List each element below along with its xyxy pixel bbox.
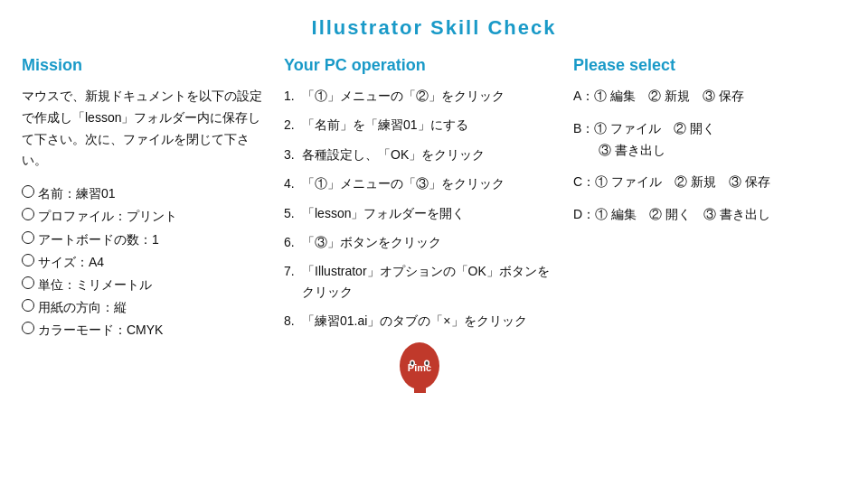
operation-step: 6.「③」ボタンをクリック (284, 232, 555, 252)
step-number: 5. (284, 203, 302, 223)
mission-item-text: サイズ：A4 (38, 251, 104, 274)
mission-item: カラーモード：CMYK (22, 319, 266, 341)
bullet-circle (22, 299, 34, 312)
step-number: 3. (284, 145, 302, 164)
operation-list: 1.「①」メニューの「②」をクリック2.「名前」を「練習01」にする3.各種設定… (284, 86, 555, 332)
select-option: D：① 編集 ② 開く ③ 書き出し (573, 204, 835, 226)
step-number: 8. (284, 311, 302, 331)
mission-item-text: 名前：練習01 (38, 182, 116, 205)
operation-step: 8.「練習01.ai」のタブの「×」をクリック (284, 311, 555, 331)
mission-description: マウスで、新規ドキュメントを以下の設定で作成し「lesson」フォルダー内に保存… (22, 86, 266, 172)
step-number: 4. (284, 173, 302, 193)
step-text: 「lesson」フォルダーを開く (302, 203, 555, 223)
bullet-circle (22, 254, 34, 266)
step-text: 「練習01.ai」のタブの「×」をクリック (302, 311, 555, 331)
mission-item: 名前：練習01 (22, 182, 266, 205)
mission-item-text: プロファイル：プリント (38, 205, 177, 228)
operation-header: Your PC operation (284, 56, 555, 75)
mission-item-text: 単位：ミリメートル (38, 274, 152, 296)
mission-column: Mission マウスで、新規ドキュメントを以下の設定で作成し「lesson」フ… (22, 56, 284, 399)
mission-item: 用紙の方向：縦 (22, 296, 266, 319)
select-header: Please select (573, 56, 835, 75)
bullet-circle (22, 276, 34, 289)
pimc-logo: Pimc (391, 341, 449, 399)
operation-column: Your PC operation 1.「①」メニューの「②」をクリック2.「名… (284, 56, 573, 399)
mission-header: Mission (22, 56, 266, 75)
bullet-circle (22, 208, 34, 220)
operation-step: 1.「①」メニューの「②」をクリック (284, 86, 555, 106)
mission-item: プロファイル：プリント (22, 205, 266, 228)
step-text: 「③」ボタンをクリック (302, 232, 555, 252)
select-option: C：① ファイル ② 新規 ③ 保存 (573, 172, 835, 193)
operation-step: 2.「名前」を「練習01」にする (284, 115, 555, 135)
mission-item-text: カラーモード：CMYK (38, 319, 163, 341)
mission-item-text: アートボードの数：1 (38, 229, 159, 251)
select-column: Please select A：① 編集 ② 新規 ③ 保存B：① ファイル ②… (573, 56, 835, 399)
operation-step: 4.「①」メニューの「③」をクリック (284, 173, 555, 193)
step-text: 各種設定し、「OK」をクリック (302, 145, 555, 164)
step-text: 「①」メニューの「②」をクリック (302, 86, 555, 106)
mission-items-list: 名前：練習01プロファイル：プリントアートボードの数：1サイズ：A4単位：ミリメ… (22, 182, 266, 341)
step-text: 「①」メニューの「③」をクリック (302, 173, 555, 193)
mission-item: アートボードの数：1 (22, 229, 266, 251)
step-number: 6. (284, 232, 302, 252)
select-option: B：① ファイル ② 開く ③ 書き出し (573, 118, 835, 162)
select-option: A：① 編集 ② 新規 ③ 保存 (573, 86, 835, 107)
mission-item-text: 用紙の方向：縦 (38, 296, 127, 319)
bullet-circle (22, 231, 34, 244)
step-text: 「Illustrator」オプションの「OK」ボタンをクリック (302, 261, 555, 302)
step-number: 7. (284, 261, 302, 281)
select-options-list: A：① 編集 ② 新規 ③ 保存B：① ファイル ② 開く ③ 書き出しC：① … (573, 86, 835, 226)
step-number: 2. (284, 115, 302, 135)
step-text: 「名前」を「練習01」にする (302, 115, 555, 135)
svg-point-4 (410, 361, 413, 365)
mission-item: 単位：ミリメートル (22, 274, 266, 296)
page-title: Illustrator Skill Check (0, 0, 868, 56)
bullet-circle (22, 322, 34, 334)
step-number: 1. (284, 86, 302, 106)
bullet-circle (22, 185, 34, 198)
mission-item: サイズ：A4 (22, 251, 266, 274)
svg-point-6 (425, 361, 428, 365)
operation-step: 5.「lesson」フォルダーを開く (284, 203, 555, 223)
operation-step: 7.「Illustrator」オプションの「OK」ボタンをクリック (284, 261, 555, 302)
svg-rect-1 (414, 386, 426, 393)
operation-step: 3.各種設定し、「OK」をクリック (284, 145, 555, 164)
